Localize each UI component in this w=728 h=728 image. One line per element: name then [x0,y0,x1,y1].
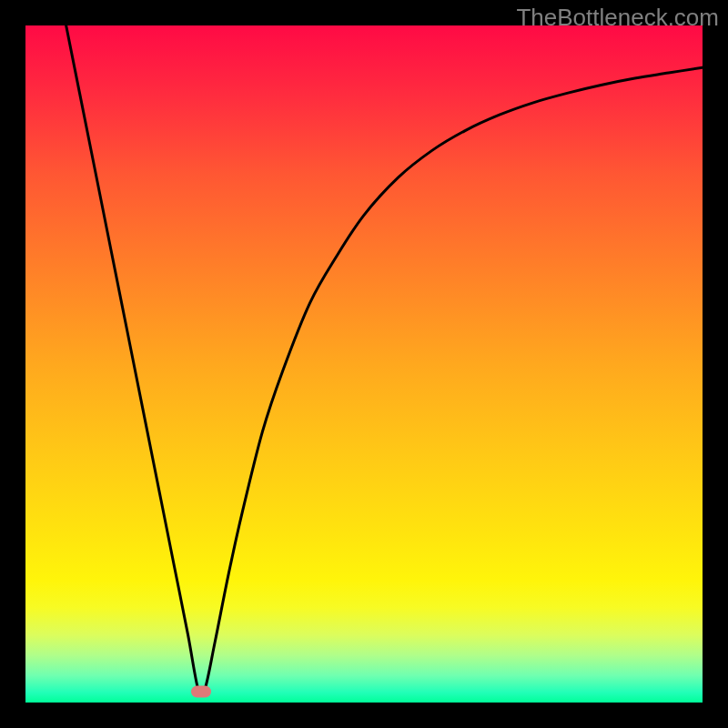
watermark-text: TheBottleneck.com [516,4,719,32]
chart-container: TheBottleneck.com [0,0,728,728]
curve-layer [25,25,703,703]
plot-area [25,25,703,703]
optimum-marker [191,686,211,698]
bottleneck-curve [66,25,703,695]
